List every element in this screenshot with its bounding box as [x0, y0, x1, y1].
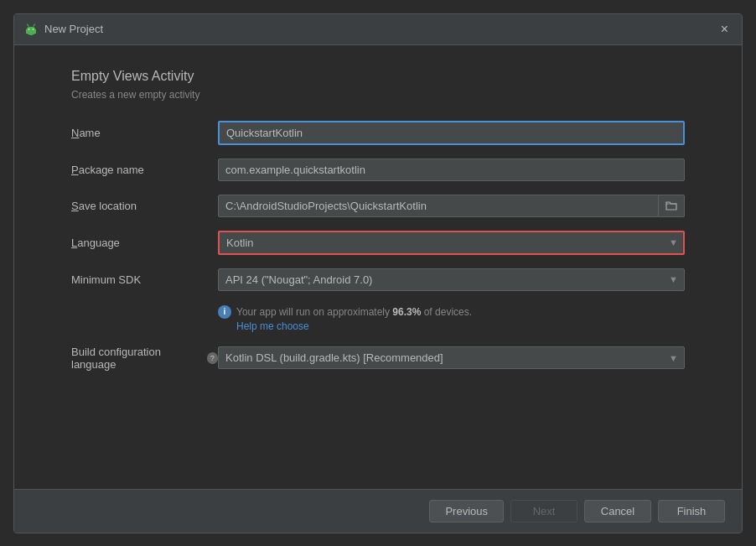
info-text-content: Your app will run on approximately 96.3%…: [236, 306, 472, 318]
save-location-label: Save location: [71, 200, 218, 212]
build-config-label-text: Build configuration language: [71, 346, 204, 371]
sdk-info-row: i Your app will run on approximately 96.…: [218, 304, 685, 332]
section-title: Empty Views Activity: [71, 69, 685, 84]
next-button: Next: [510, 500, 577, 523]
language-label-text: Language: [71, 237, 120, 249]
build-config-field-wrap: Kotlin DSL (build.gradle.kts) [Recommend…: [218, 346, 685, 369]
build-config-help-icon[interactable]: ?: [207, 352, 218, 364]
package-label: Package name: [71, 164, 218, 176]
cancel-button[interactable]: Cancel: [584, 500, 651, 523]
name-label-text: Name: [71, 127, 101, 139]
save-location-label-text: Save location: [71, 200, 137, 212]
svg-line-6: [34, 24, 35, 26]
minimum-sdk-label-text: Minimum SDK: [71, 273, 141, 286]
language-select[interactable]: Kotlin Java: [218, 231, 685, 255]
name-field-wrap: [218, 121, 685, 145]
svg-line-5: [28, 24, 29, 26]
info-icon: i: [218, 305, 231, 319]
save-location-row: Save location: [71, 195, 685, 217]
svg-point-4: [33, 29, 34, 30]
language-field-wrap: Kotlin Java ▼: [218, 231, 685, 255]
save-location-field-wrap: [218, 195, 685, 217]
previous-button[interactable]: Previous: [429, 500, 504, 523]
build-config-label: Build configuration language ?: [71, 346, 218, 371]
minimum-sdk-label: Minimum SDK: [71, 273, 218, 286]
title-bar-left: New Project: [24, 23, 103, 36]
svg-point-3: [28, 29, 30, 30]
build-config-select[interactable]: Kotlin DSL (build.gradle.kts) [Recommend…: [218, 346, 685, 369]
minimum-sdk-select-wrap: API 24 ("Nougat"; Android 7.0) API 21 AP…: [218, 268, 685, 291]
package-field-wrap: [218, 159, 685, 181]
build-config-label-with-help: Build configuration language ?: [71, 346, 218, 371]
title-bar: New Project ×: [14, 14, 742, 45]
language-label: Language: [71, 237, 218, 249]
android-icon: [24, 23, 38, 36]
build-config-select-wrap: Kotlin DSL (build.gradle.kts) [Recommend…: [218, 346, 685, 369]
language-select-wrap: Kotlin Java ▼: [218, 231, 685, 255]
package-row: Package name: [71, 159, 685, 181]
section-subtitle: Creates a new empty activity: [71, 89, 685, 101]
dialog-title: New Project: [44, 23, 103, 35]
percentage-text: 96.3%: [392, 306, 421, 318]
finish-button[interactable]: Finish: [658, 500, 725, 523]
name-input[interactable]: [218, 121, 685, 145]
save-location-input-group: [218, 195, 685, 217]
sdk-info-text: Your app will run on approximately 96.3%…: [236, 304, 472, 332]
language-row: Language Kotlin Java ▼: [71, 231, 685, 255]
help-me-choose-link[interactable]: Help me choose: [236, 320, 472, 332]
package-input[interactable]: [218, 159, 685, 181]
new-project-dialog: New Project × Empty Views Activity Creat…: [13, 13, 743, 533]
build-config-row: Build configuration language ? Kotlin DS…: [71, 346, 685, 371]
name-label: Name: [71, 127, 218, 139]
save-location-input[interactable]: [218, 195, 659, 217]
folder-icon: [665, 200, 677, 211]
name-row: Name: [71, 121, 685, 145]
minimum-sdk-select[interactable]: API 24 ("Nougat"; Android 7.0) API 21 AP…: [218, 268, 685, 291]
package-label-text: Package name: [71, 164, 144, 176]
browse-folder-button[interactable]: [659, 195, 685, 217]
minimum-sdk-row: Minimum SDK API 24 ("Nougat"; Android 7.…: [71, 268, 685, 291]
dialog-footer: Previous Next Cancel Finish: [14, 489, 742, 533]
dialog-content: Empty Views Activity Creates a new empty…: [14, 45, 742, 489]
minimum-sdk-field-wrap: API 24 ("Nougat"; Android 7.0) API 21 AP…: [218, 268, 685, 291]
close-button[interactable]: ×: [717, 21, 732, 38]
